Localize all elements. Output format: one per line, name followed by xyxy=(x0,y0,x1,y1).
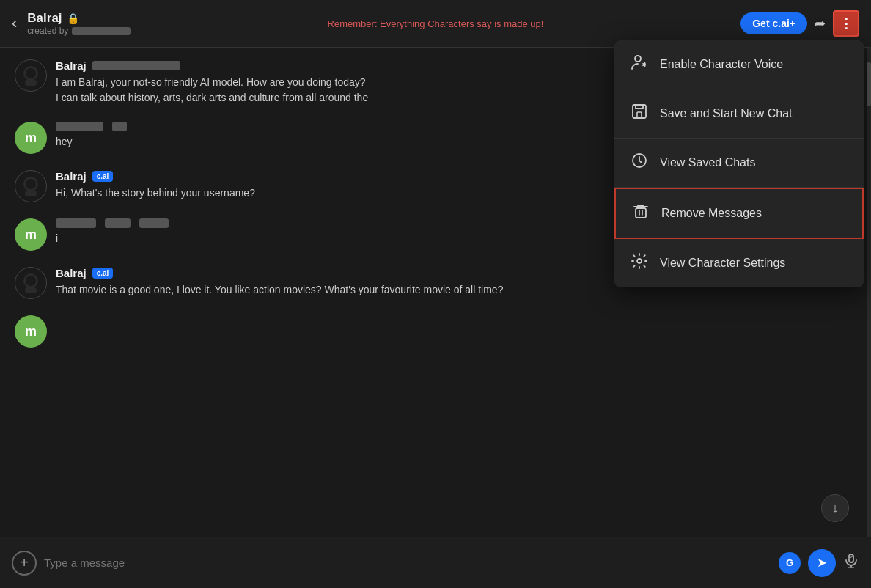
save-new-chat-label: Save and Start New Chat xyxy=(660,107,793,120)
avatar xyxy=(15,59,47,92)
send-icon: ➤ xyxy=(817,555,827,570)
creator-name-blurred xyxy=(72,27,131,35)
sender-name: Balraj xyxy=(56,59,87,72)
created-by-row: created by xyxy=(27,26,131,36)
dropdown-item-enable-voice[interactable]: Enable Character Voice xyxy=(614,40,864,89)
view-character-settings-label: View Character Settings xyxy=(660,257,785,270)
view-saved-chats-label: View Saved Chats xyxy=(660,156,755,169)
dropdown-item-remove-messages[interactable]: Remove Messages xyxy=(614,188,864,239)
avatar: m xyxy=(15,315,47,348)
grammarly-button[interactable]: G xyxy=(779,552,801,574)
svg-rect-10 xyxy=(633,105,646,118)
header-actions: Get c.ai+ ➦ ⋮ xyxy=(740,10,859,37)
scrollbar[interactable] xyxy=(867,48,871,537)
svg-rect-2 xyxy=(25,80,37,86)
share-icon: ➦ xyxy=(815,16,826,31)
clock-icon xyxy=(629,152,650,174)
avatar xyxy=(15,267,47,299)
svg-rect-11 xyxy=(637,112,642,117)
plus-icon: + xyxy=(20,554,29,571)
svg-point-9 xyxy=(635,56,641,62)
more-button[interactable]: ⋮ xyxy=(833,10,859,37)
trash-icon xyxy=(631,202,651,224)
share-button[interactable]: ➦ xyxy=(815,15,826,32)
sender-blurred-id xyxy=(56,218,96,228)
svg-rect-8 xyxy=(25,287,37,293)
dropdown-item-view-saved-chats[interactable]: View Saved Chats xyxy=(614,139,864,188)
gear-icon xyxy=(629,252,650,274)
sender-blurred-id xyxy=(56,122,103,131)
sender-name: Balraj xyxy=(56,267,87,279)
message-input[interactable] xyxy=(44,556,771,569)
add-attachment-button[interactable]: + xyxy=(12,551,37,576)
more-icon: ⋮ xyxy=(839,15,853,32)
avatar: m xyxy=(15,122,47,154)
get-plus-button[interactable]: Get c.ai+ xyxy=(740,12,807,34)
scroll-down-icon: ↓ xyxy=(832,501,839,516)
message-row: m xyxy=(15,315,856,348)
svg-point-7 xyxy=(26,276,36,286)
avatar: m xyxy=(15,218,47,251)
character-name-row: Balraj 🔒 xyxy=(27,11,131,26)
scrollbar-thumb[interactable] xyxy=(867,62,871,106)
cai-badge: c.ai xyxy=(92,268,114,279)
lock-icon: 🔒 xyxy=(67,12,79,24)
sender-name: Balraj xyxy=(56,170,87,183)
dropdown-menu: Enable Character Voice Save and Start Ne… xyxy=(614,40,864,287)
save-icon xyxy=(629,103,650,125)
svg-point-1 xyxy=(26,68,36,78)
mic-button[interactable] xyxy=(843,553,859,573)
enable-voice-label: Enable Character Voice xyxy=(660,58,783,71)
sender-blurred-id2 xyxy=(112,122,127,131)
sender-blurred-id xyxy=(92,61,180,70)
character-name: Balraj xyxy=(27,11,62,26)
scroll-down-button[interactable]: ↓ xyxy=(821,494,849,522)
header-notice: Remember: Everything Characters say is m… xyxy=(328,18,544,29)
svg-rect-13 xyxy=(636,208,646,218)
grammarly-icon: G xyxy=(786,557,793,568)
header-title: Balraj 🔒 created by xyxy=(27,11,131,36)
dropdown-item-save-new-chat[interactable]: Save and Start New Chat xyxy=(614,89,864,139)
created-by-label: created by xyxy=(27,26,68,36)
cai-badge: c.ai xyxy=(92,171,114,182)
input-area: + G ➤ xyxy=(0,537,871,588)
back-button[interactable]: ‹ xyxy=(12,14,17,33)
send-button[interactable]: ➤ xyxy=(808,549,836,577)
remove-messages-label: Remove Messages xyxy=(661,207,762,220)
avatar xyxy=(15,170,47,202)
person-voice-icon xyxy=(629,54,650,76)
dropdown-item-view-character-settings[interactable]: View Character Settings xyxy=(614,239,864,287)
svg-point-14 xyxy=(637,259,642,263)
svg-rect-5 xyxy=(25,191,37,196)
sender-blurred-id3 xyxy=(139,218,169,228)
sender-blurred-id2 xyxy=(105,218,131,228)
svg-point-4 xyxy=(26,179,36,189)
